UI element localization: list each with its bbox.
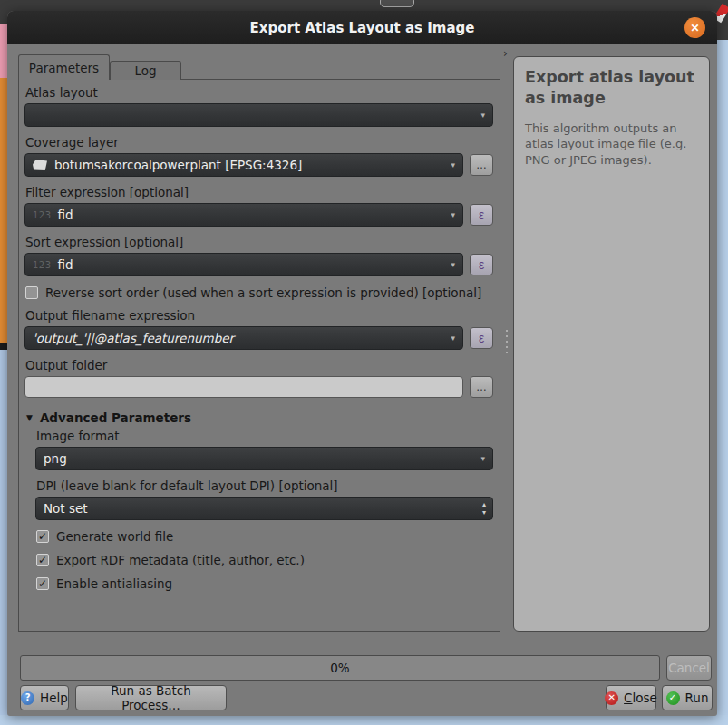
generate-world-file-label: Generate world file bbox=[56, 529, 173, 544]
dpi-value: Not set bbox=[44, 501, 88, 516]
enable-antialiasing-checkbox-row[interactable]: ✓ Enable antialiasing bbox=[36, 576, 493, 591]
help-icon: ? bbox=[21, 691, 34, 705]
chevron-down-icon: ▾ bbox=[451, 211, 455, 219]
sort-expression-value: fid bbox=[58, 257, 73, 272]
help-panel-collapse-icon[interactable]: › bbox=[503, 47, 508, 60]
tab-log[interactable]: Log bbox=[110, 61, 181, 80]
backdrop-map-canvas-bottom bbox=[0, 715, 728, 725]
dpi-label: DPI (leave blank for default layout DPI)… bbox=[36, 478, 493, 493]
backdrop-map-canvas-right bbox=[716, 40, 728, 725]
dialog-titlebar[interactable]: Export Atlas Layout as Image ✕ bbox=[7, 11, 717, 44]
help-label: Help bbox=[40, 691, 68, 705]
reverse-sort-checkbox-row[interactable]: Reverse sort order (used when a sort exp… bbox=[25, 285, 493, 300]
dpi-spinbox[interactable]: Not set ▴▾ bbox=[35, 497, 493, 520]
parameters-panel: Atlas layout ▾ Coverage layer botumsakor… bbox=[18, 79, 500, 632]
coverage-layer-browse-button[interactable]: … bbox=[470, 154, 493, 176]
reverse-sort-checkbox[interactable] bbox=[25, 286, 38, 299]
output-folder-label: Output folder bbox=[25, 358, 493, 372]
export-rdf-checkbox[interactable]: ✓ bbox=[36, 554, 49, 566]
atlas-layout-select[interactable]: ▾ bbox=[24, 103, 493, 127]
epsilon-icon: ε bbox=[479, 257, 484, 272]
close-label: Close bbox=[624, 691, 657, 705]
chevron-down-icon: ▾ bbox=[451, 161, 455, 169]
close-button[interactable]: ✕ Close bbox=[606, 685, 656, 710]
chevron-down-icon: ▾ bbox=[451, 334, 455, 343]
run-as-batch-button[interactable]: Run as Batch Process… bbox=[75, 685, 227, 710]
tab-parameters[interactable]: Parameters bbox=[18, 54, 110, 80]
generate-world-file-checkbox[interactable]: ✓ bbox=[36, 530, 49, 543]
run-circle-icon: ✓ bbox=[666, 691, 680, 705]
sort-expression-select[interactable]: 123 fid ▾ bbox=[24, 253, 463, 276]
help-button[interactable]: ? Help bbox=[20, 685, 69, 710]
run-label: Run bbox=[685, 691, 709, 705]
coverage-layer-select[interactable]: botumsakorcoalpowerplant [EPSG:4326] ▾ bbox=[24, 153, 463, 177]
progress-bar: 0% bbox=[20, 655, 660, 681]
help-panel: Export atlas layout as image This algori… bbox=[513, 56, 710, 632]
cancel-button: Cancel bbox=[666, 655, 712, 681]
numeric-field-icon: 123 bbox=[33, 210, 52, 220]
chevron-down-icon: ▾ bbox=[480, 455, 485, 463]
image-format-value: png bbox=[44, 451, 67, 466]
coverage-layer-label: Coverage layer bbox=[25, 135, 493, 150]
splitter-handle[interactable] bbox=[506, 330, 508, 355]
filter-expression-label: Filter expression [optional] bbox=[25, 185, 493, 199]
help-panel-body: This algorithm outputs an atlas layout i… bbox=[525, 121, 698, 169]
export-rdf-checkbox-row[interactable]: ✓ Export RDF metadata (title, author, et… bbox=[36, 553, 493, 567]
advanced-parameters-toggle[interactable]: ▼ Advanced Parameters bbox=[26, 411, 493, 425]
numeric-field-icon: 123 bbox=[33, 260, 52, 270]
output-filename-value: 'output_'||@atlas_featurenumber bbox=[33, 331, 234, 345]
dialog-title: Export Atlas Layout as Image bbox=[250, 20, 475, 36]
ellipsis-icon: … bbox=[476, 381, 487, 393]
run-button[interactable]: ✓ Run bbox=[662, 685, 713, 710]
atlas-layout-label: Atlas layout bbox=[25, 85, 493, 100]
enable-antialiasing-label: Enable antialiasing bbox=[56, 576, 172, 591]
filter-expression-value: fid bbox=[58, 208, 73, 222]
enable-antialiasing-checkbox[interactable]: ✓ bbox=[36, 577, 49, 590]
reverse-sort-label: Reverse sort order (used when a sort exp… bbox=[45, 285, 481, 300]
filter-expression-builder-button[interactable]: ε bbox=[470, 204, 493, 226]
close-icon: ✕ bbox=[690, 22, 699, 34]
export-rdf-label: Export RDF metadata (title, author, etc.… bbox=[56, 553, 305, 567]
chevron-down-icon: ▾ bbox=[480, 111, 485, 120]
coverage-layer-value: botumsakorcoalpowerplant [EPSG:4326] bbox=[54, 158, 302, 172]
output-folder-input[interactable] bbox=[24, 376, 463, 398]
output-filename-builder-button[interactable]: ε bbox=[470, 327, 493, 349]
progress-value: 0% bbox=[330, 661, 349, 675]
output-filename-select[interactable]: 'output_'||@atlas_featurenumber ▾ bbox=[24, 326, 463, 350]
advanced-parameters-label: Advanced Parameters bbox=[40, 411, 191, 425]
sort-expression-builder-button[interactable]: ε bbox=[470, 254, 493, 276]
background-window-tab bbox=[380, 0, 414, 7]
chevron-down-icon: ▾ bbox=[451, 261, 455, 269]
cancel-label: Cancel bbox=[668, 661, 710, 675]
tab-log-label: Log bbox=[134, 63, 156, 78]
tab-parameters-label: Parameters bbox=[29, 61, 99, 75]
output-folder-browse-button[interactable]: … bbox=[470, 376, 493, 398]
filter-expression-select[interactable]: 123 fid ▾ bbox=[24, 203, 463, 227]
epsilon-icon: ε bbox=[479, 331, 484, 345]
close-circle-icon: ✕ bbox=[605, 691, 618, 705]
window-close-button[interactable]: ✕ bbox=[684, 17, 705, 38]
spinner-arrows-icon[interactable]: ▴▾ bbox=[482, 501, 486, 517]
help-panel-title: Export atlas layout as image bbox=[525, 67, 698, 109]
ellipsis-icon: … bbox=[476, 159, 487, 171]
epsilon-icon: ε bbox=[479, 208, 484, 222]
sort-expression-label: Sort expression [optional] bbox=[25, 235, 493, 249]
output-filename-label: Output filename expression bbox=[25, 308, 493, 323]
polygon-layer-icon bbox=[33, 160, 47, 170]
image-format-label: Image format bbox=[36, 429, 493, 443]
export-atlas-dialog: Export Atlas Layout as Image ✕ Parameter… bbox=[7, 11, 717, 716]
image-format-select[interactable]: png ▾ bbox=[35, 447, 493, 470]
generate-world-file-checkbox-row[interactable]: ✓ Generate world file bbox=[36, 529, 493, 544]
collapse-arrow-icon: ▼ bbox=[26, 413, 33, 422]
run-as-batch-label: Run as Batch Process… bbox=[80, 683, 222, 712]
